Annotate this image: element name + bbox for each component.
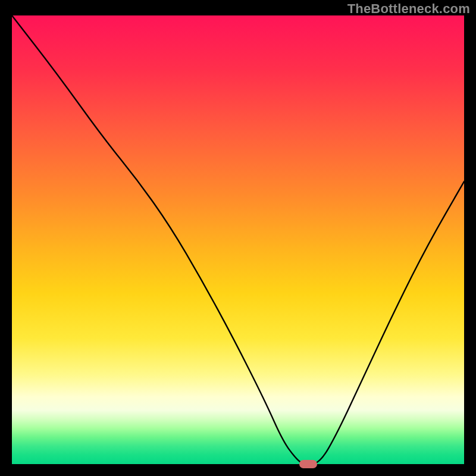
chart-frame: TheBottleneck.com bbox=[0, 0, 476, 476]
watermark-text: TheBottleneck.com bbox=[347, 1, 470, 17]
plot-gradient-background bbox=[12, 15, 464, 464]
